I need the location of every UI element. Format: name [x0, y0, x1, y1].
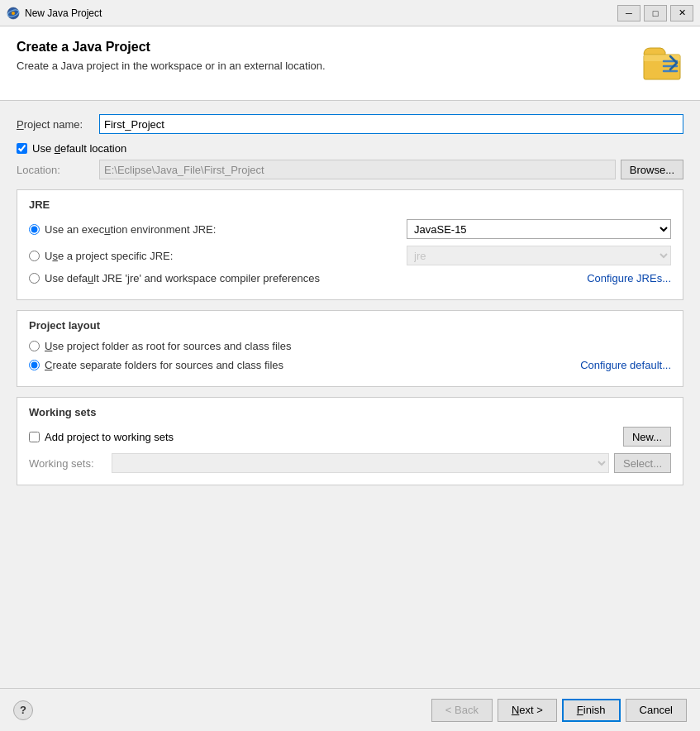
working-sets-section: Working sets Add project to working sets…: [17, 397, 683, 485]
jre-specific-select-wrapper: jre: [407, 246, 671, 265]
dialog-header: Create a Java Project Create a Java proj…: [0, 26, 700, 101]
jre-section: JRE Use an execution environment JRE: Ja…: [17, 189, 683, 300]
dialog-footer: ? < Back Next > Finish Cancel: [0, 688, 700, 731]
close-button[interactable]: ✕: [670, 5, 693, 22]
add-to-working-sets-label[interactable]: Add project to working sets: [45, 431, 174, 443]
title-bar: New Java Project ─ □ ✕: [0, 0, 700, 26]
svg-point-2: [12, 12, 15, 15]
layout-option1-row: Use project folder as root for sources a…: [29, 340, 671, 352]
footer-buttons: < Back Next > Finish Cancel: [431, 699, 687, 722]
minimize-button[interactable]: ─: [617, 5, 640, 22]
location-row: Location: Browse...: [17, 160, 683, 179]
project-name-label: Project name:: [17, 118, 99, 131]
app-icon: [7, 7, 20, 20]
finish-button[interactable]: Finish: [562, 699, 621, 722]
back-button[interactable]: < Back: [431, 699, 493, 722]
jre-select-wrapper: JavaSE-15: [407, 219, 671, 239]
next-button[interactable]: Next >: [498, 699, 557, 722]
jre-option2-radio[interactable]: [29, 251, 40, 261]
header-text: Create a Java Project Create a Java proj…: [17, 40, 640, 72]
use-default-location-row: Use default location: [17, 142, 683, 155]
jre-option1-row: Use an execution environment JRE: JavaSE…: [29, 219, 671, 239]
cancel-button[interactable]: Cancel: [626, 699, 687, 722]
jre-specific-select: jre: [407, 246, 671, 265]
jre-option1-radio[interactable]: [29, 224, 40, 235]
project-name-input[interactable]: [99, 114, 683, 134]
dialog-body: Project name: Use default location Locat…: [0, 101, 700, 688]
jre-section-title: JRE: [29, 198, 671, 211]
layout-option2-radio[interactable]: [29, 360, 40, 370]
layout-option1-radio[interactable]: [29, 341, 40, 351]
location-label: Location:: [17, 164, 99, 176]
dialog-subtitle: Create a Java project in the workspace o…: [17, 60, 640, 72]
jre-environment-select[interactable]: JavaSE-15: [407, 219, 671, 239]
browse-button[interactable]: Browse...: [621, 160, 683, 179]
jre-option3-radio[interactable]: [29, 273, 40, 284]
project-layout-section: Project layout Use project folder as roo…: [17, 310, 683, 387]
jre-option1-label[interactable]: Use an execution environment JRE:: [45, 223, 216, 236]
jre-option3-label[interactable]: Use default JRE 'jre' and workspace comp…: [45, 272, 320, 284]
restore-button[interactable]: □: [644, 5, 667, 22]
new-working-set-button[interactable]: New...: [623, 427, 671, 447]
use-default-location-checkbox[interactable]: [17, 143, 27, 154]
jre-option2-label[interactable]: Use a project specific JRE:: [45, 250, 173, 262]
working-sets-combo: [112, 453, 609, 473]
working-sets-label: Working sets:: [29, 457, 112, 470]
window-title: New Java Project: [25, 7, 617, 19]
help-button[interactable]: ?: [13, 700, 33, 720]
location-input: [99, 160, 616, 179]
use-default-location-label[interactable]: Use default location: [32, 142, 126, 155]
project-name-row: Project name:: [17, 114, 683, 134]
layout-option2-row: Create separate folders for sources and …: [29, 359, 671, 371]
add-to-working-sets-checkbox[interactable]: [29, 432, 40, 442]
layout-option1-label[interactable]: Use project folder as root for sources a…: [45, 340, 291, 352]
working-sets-input-row: Working sets: Select...: [29, 453, 671, 473]
configure-default-link[interactable]: Configure default...: [580, 359, 671, 371]
layout-option2-label[interactable]: Create separate folders for sources and …: [45, 359, 283, 371]
window-controls: ─ □ ✕: [617, 5, 693, 22]
project-layout-title: Project layout: [29, 319, 671, 332]
working-sets-add-row: Add project to working sets New...: [29, 427, 671, 447]
folder-icon: [640, 40, 683, 83]
configure-jres-link[interactable]: Configure JREs...: [587, 272, 671, 284]
jre-option3-row: Use default JRE 'jre' and workspace comp…: [29, 272, 671, 284]
select-working-set-button[interactable]: Select...: [614, 453, 671, 473]
dialog-title: Create a Java Project: [17, 40, 640, 55]
working-sets-title: Working sets: [29, 406, 671, 418]
jre-option2-row: Use a project specific JRE: jre: [29, 246, 671, 265]
